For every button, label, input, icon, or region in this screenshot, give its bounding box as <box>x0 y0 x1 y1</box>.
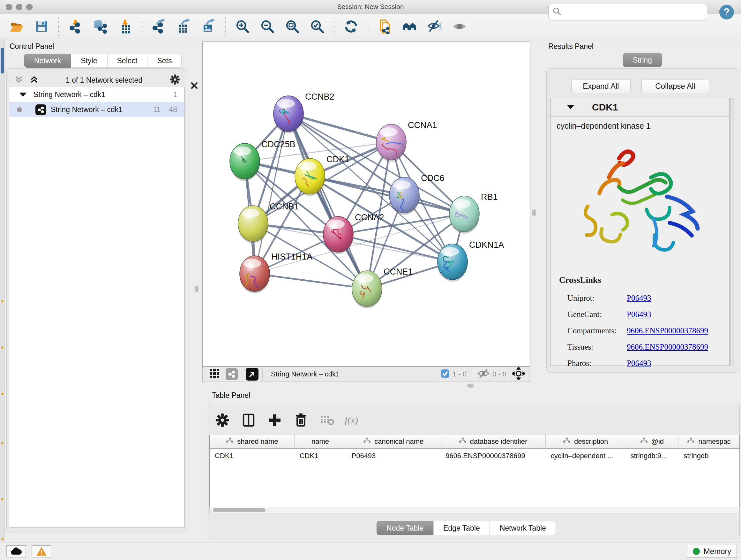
control-panel-close-icon[interactable] <box>191 82 198 91</box>
network-node-CDKN1A[interactable] <box>437 244 468 282</box>
column-header-shared-name[interactable]: shared name <box>210 435 294 448</box>
tab-network-table[interactable]: Network Table <box>490 521 556 535</box>
collapse-all-networks-icon[interactable] <box>29 75 39 85</box>
crosslink-link[interactable]: 9606.ENSP00000378699 <box>627 343 708 352</box>
hidden-eye-icon[interactable] <box>477 368 490 380</box>
table-cell: P06493 <box>346 449 441 463</box>
delete-table-icon[interactable] <box>319 412 336 429</box>
protein-section-header[interactable]: CDK1 <box>550 98 729 117</box>
node-label-CDC25B: CDC25B <box>261 139 295 149</box>
network-node-CCNA2[interactable] <box>323 216 353 254</box>
warnings-button[interactable] <box>31 545 51 557</box>
column-header-name[interactable]: name <box>294 435 347 448</box>
network-edge[interactable] <box>255 273 367 289</box>
table-row[interactable]: CDK1CDK1P064939606.ENSP00000378699cyclin… <box>210 449 739 463</box>
create-column-plus-icon[interactable] <box>266 412 283 429</box>
import-table-button[interactable] <box>117 18 133 35</box>
column-type-icon <box>562 437 571 446</box>
network-node-CCNA1[interactable] <box>376 124 406 162</box>
memory-button[interactable]: Memory <box>687 545 737 558</box>
network-current-dot-icon <box>17 107 22 112</box>
bottom-splitter-handle[interactable] <box>467 384 474 388</box>
column-type-icon <box>687 437 695 446</box>
clone-network-button[interactable] <box>377 18 393 35</box>
column-header-description[interactable]: description <box>546 435 625 448</box>
network-view-canvas[interactable]: CCNB2CCNA1CDC25BCDK1CDC6RB1CCNB1CCNA2CDK… <box>202 42 530 367</box>
expand-all-networks-icon[interactable] <box>14 75 23 85</box>
results-scrollbar[interactable] <box>730 98 734 366</box>
column-header-database-identifier[interactable]: database identifier <box>441 435 546 448</box>
collection-expander-icon[interactable] <box>19 92 26 97</box>
network-tree: String Network – cdk1 1 String Network –… <box>9 87 185 527</box>
tab-select[interactable]: Select <box>107 54 147 68</box>
tab-style[interactable]: Style <box>71 54 107 68</box>
expand-all-button[interactable]: Expand All <box>571 79 630 93</box>
hide-selected-button[interactable] <box>426 18 443 35</box>
network-node-CDC25B[interactable] <box>230 143 260 181</box>
home-views-button[interactable] <box>401 18 418 35</box>
export-table-button[interactable] <box>176 18 192 35</box>
export-image-button[interactable] <box>200 18 217 35</box>
network-options-gear-icon[interactable] <box>169 74 181 86</box>
search-input[interactable] <box>562 8 699 16</box>
collapse-all-button[interactable]: Collapse All <box>642 79 709 93</box>
open-file-button[interactable] <box>8 18 25 35</box>
network-tree-collection-row[interactable]: String Network – cdk1 1 <box>9 87 184 102</box>
column-header-namespac[interactable]: namespac <box>678 435 739 448</box>
network-node-CDK1[interactable] <box>295 159 325 196</box>
right-splitter-handle[interactable] <box>532 209 536 216</box>
network-edge[interactable] <box>288 114 367 289</box>
zoom-selected-button[interactable] <box>309 18 326 35</box>
tab-string[interactable]: String <box>623 53 662 67</box>
crosslink-label: Compartments: <box>567 326 627 335</box>
crosslink-link[interactable]: P06493 <box>627 294 651 303</box>
show-all-button[interactable] <box>451 18 468 35</box>
crosslink-link[interactable]: P06493 <box>627 359 651 368</box>
zoom-in-button[interactable] <box>234 18 251 35</box>
show-column-selector-icon[interactable] <box>240 412 257 429</box>
search-box[interactable] <box>548 4 707 20</box>
network-edge[interactable] <box>255 114 288 273</box>
node-label-CDC6: CDC6 <box>421 173 445 183</box>
protein-section-expander-icon[interactable] <box>567 105 574 109</box>
tab-edge-table[interactable]: Edge Table <box>433 521 490 535</box>
network-node-CCNB2[interactable] <box>273 96 304 133</box>
network-node-HIST1H1A[interactable] <box>240 256 270 294</box>
zoom-out-button[interactable] <box>259 18 276 35</box>
fit-content-crosshair-icon[interactable] <box>512 367 525 381</box>
tab-network[interactable]: Network <box>24 54 71 68</box>
selected-checkbox-icon[interactable] <box>441 369 450 380</box>
network-node-CDC6[interactable] <box>389 177 419 215</box>
crosslink-link[interactable]: P06493 <box>627 310 651 319</box>
delete-column-trash-icon[interactable] <box>292 412 310 429</box>
save-session-button[interactable] <box>33 18 50 35</box>
import-database-button[interactable] <box>92 18 109 35</box>
network-node-CCNB1[interactable] <box>238 206 268 243</box>
tab-sets[interactable]: Sets <box>147 54 182 68</box>
help-button[interactable]: ? <box>719 4 735 20</box>
cloud-button[interactable] <box>6 545 26 557</box>
tab-node-table[interactable]: Node Table <box>377 521 433 535</box>
crosslink-link[interactable]: 9606.ENSP00000378699 <box>627 326 708 335</box>
column-header-canonical-name[interactable]: canonical name <box>346 435 441 448</box>
export-network-icon <box>151 19 166 34</box>
function-builder-icon[interactable]: f(x) <box>345 415 358 426</box>
node-label-HIST1H1A: HIST1H1A <box>271 252 313 261</box>
column-header-@id[interactable]: @id <box>625 435 678 448</box>
table-horizontal-scrollbar[interactable] <box>209 507 740 513</box>
refresh-button[interactable] <box>343 18 359 35</box>
network-share-view-icon[interactable] <box>226 368 238 380</box>
birds-eye-view-icon[interactable] <box>246 368 259 381</box>
import-network-button[interactable] <box>67 18 84 35</box>
export-network-button[interactable] <box>151 18 167 35</box>
grid-view-icon[interactable] <box>209 368 220 380</box>
table-settings-gear-icon[interactable] <box>214 412 231 429</box>
network-tree-network-row[interactable]: String Network – cdk1 11 48 <box>9 102 184 117</box>
node-table[interactable]: shared namenamecanonical namedatabase id… <box>209 435 740 507</box>
network-selection-status: 1 of 1 Network selected <box>39 76 169 84</box>
zoom-fit-button[interactable] <box>284 18 300 35</box>
network-node-CCNE1[interactable] <box>352 271 382 308</box>
scrollbar-thumb[interactable] <box>213 508 266 512</box>
left-splitter-handle[interactable] <box>195 286 199 292</box>
network-node-RB1[interactable] <box>449 196 479 234</box>
